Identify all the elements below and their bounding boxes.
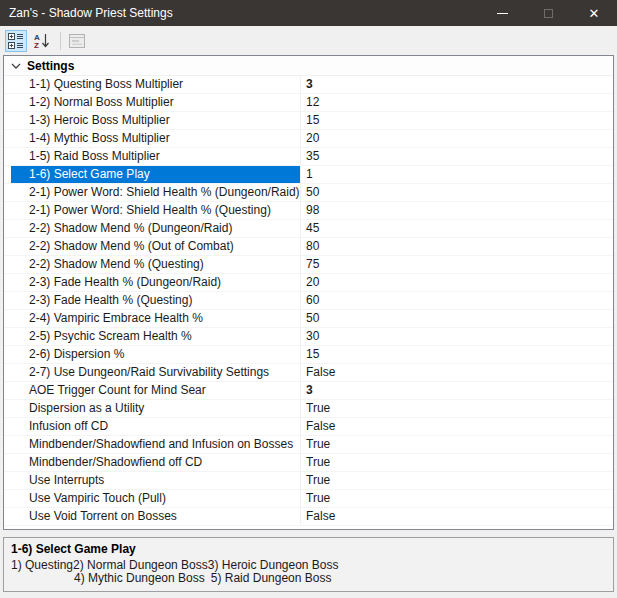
property-name[interactable]: AOE Trigger Count for Mind Sear <box>11 382 300 399</box>
property-row: 1-1) Questing Boss Multiplier 3 <box>4 76 613 94</box>
property-value[interactable]: True <box>301 490 613 507</box>
property-value[interactable]: 3 <box>301 382 613 399</box>
help-row: 4) Mythic Dungeon Boss 5) Raid Dungeon B… <box>11 572 613 585</box>
property-value[interactable]: True <box>301 454 613 471</box>
minimize-button[interactable] <box>479 0 525 26</box>
property-value[interactable]: 30 <box>301 328 613 345</box>
property-value[interactable]: 20 <box>301 130 613 147</box>
property-row: Mindbender/Shadowfiend and Infusion on B… <box>4 436 613 454</box>
property-value[interactable]: True <box>301 436 613 453</box>
help-option <box>11 572 71 585</box>
property-value[interactable]: 80 <box>301 238 613 255</box>
alphabetical-sort-button[interactable]: A Z <box>31 30 53 52</box>
property-value[interactable]: False <box>301 364 613 381</box>
row-gutter <box>4 508 11 525</box>
property-name[interactable]: 1-6) Select Game Play <box>11 166 300 183</box>
property-value[interactable]: 45 <box>301 220 613 237</box>
property-row: Dispersion as a Utility True <box>4 400 613 418</box>
property-name[interactable]: 2-6) Dispersion % <box>11 346 300 363</box>
property-name[interactable]: 1-2) Normal Boss Multiplier <box>11 94 300 111</box>
property-value[interactable]: 98 <box>301 202 613 219</box>
property-value[interactable]: 12 <box>301 94 613 111</box>
row-gutter <box>4 94 11 111</box>
categorized-view-button[interactable] <box>5 30 27 52</box>
property-name[interactable]: 2-2) Shadow Mend % (Out of Combat) <box>11 238 300 255</box>
property-row: 2-7) Use Dungeon/Raid Survivability Sett… <box>4 364 613 382</box>
property-value[interactable]: True <box>301 472 613 489</box>
property-value[interactable]: 50 <box>301 310 613 327</box>
property-value[interactable]: 60 <box>301 292 613 309</box>
property-value[interactable]: 15 <box>301 346 613 363</box>
property-pages-icon <box>69 34 85 48</box>
property-name[interactable]: Dispersion as a Utility <box>11 400 300 417</box>
row-gutter <box>4 112 11 129</box>
property-name[interactable]: 2-2) Shadow Mend % (Questing) <box>11 256 300 273</box>
property-name[interactable]: Use Void Torrent on Bosses <box>11 508 300 525</box>
property-row: 1-5) Raid Boss Multiplier 35 <box>4 148 613 166</box>
categorized-icon <box>8 33 24 49</box>
property-name[interactable]: 2-1) Power Word: Shield Health % (Questi… <box>11 202 300 219</box>
property-name[interactable]: Infusion off CD <box>11 418 300 435</box>
property-row: 2-1) Power Word: Shield Health % (Questi… <box>4 202 613 220</box>
property-name[interactable]: 2-4) Vampiric Embrace Health % <box>11 310 300 327</box>
row-gutter <box>4 418 11 435</box>
property-name[interactable]: 1-3) Heroic Boss Multiplier <box>11 112 300 129</box>
property-row: 2-2) Shadow Mend % (Questing) 75 <box>4 256 613 274</box>
row-gutter <box>4 364 11 381</box>
property-value[interactable]: False <box>301 508 613 525</box>
property-name[interactable]: 1-1) Questing Boss Multiplier <box>11 76 300 93</box>
help-option: 4) Mythic Dungeon Boss <box>71 572 205 585</box>
property-value[interactable]: 1 <box>301 166 613 183</box>
property-row: 2-6) Dispersion % 15 <box>4 346 613 364</box>
property-name[interactable]: 1-4) Mythic Boss Multiplier <box>11 130 300 147</box>
row-gutter <box>4 130 11 147</box>
property-row: 1-2) Normal Boss Multiplier 12 <box>4 94 613 112</box>
titlebar: Zan's - Shadow Priest Settings ✕ <box>0 0 617 26</box>
category-row-settings[interactable]: Settings <box>4 57 613 76</box>
property-name[interactable]: 2-1) Power Word: Shield Health % (Dungeo… <box>11 184 300 201</box>
row-gutter <box>4 184 11 201</box>
property-row: Use Interrupts True <box>4 472 613 490</box>
row-gutter <box>4 202 11 219</box>
property-name[interactable]: Use Vampiric Touch (Pull) <box>11 490 300 507</box>
row-gutter <box>4 400 11 417</box>
property-name[interactable]: 2-2) Shadow Mend % (Dungeon/Raid) <box>11 220 300 237</box>
property-value[interactable]: 3 <box>301 76 613 93</box>
property-row: Mindbender/Shadowfiend off CD True <box>4 454 613 472</box>
row-gutter <box>4 166 11 183</box>
property-value[interactable]: 20 <box>301 274 613 291</box>
property-grid: Settings 1-1) Questing Boss Multiplier 3… <box>3 55 614 530</box>
property-name[interactable]: 2-3) Fade Health % (Questing) <box>11 292 300 309</box>
property-value[interactable]: False <box>301 418 613 435</box>
property-value[interactable]: 75 <box>301 256 613 273</box>
property-name[interactable]: 2-3) Fade Health % (Dungeon/Raid) <box>11 274 300 291</box>
property-value[interactable]: 35 <box>301 148 613 165</box>
row-gutter <box>4 274 11 291</box>
row-gutter <box>4 256 11 273</box>
row-gutter <box>4 292 11 309</box>
property-value[interactable]: 50 <box>301 184 613 201</box>
close-icon: ✕ <box>589 7 600 20</box>
property-rows: 1-1) Questing Boss Multiplier 3 1-2) Nor… <box>4 76 613 526</box>
property-row: 1-3) Heroic Boss Multiplier 15 <box>4 112 613 130</box>
property-value[interactable]: 15 <box>301 112 613 129</box>
chevron-down-icon[interactable] <box>4 63 27 69</box>
property-row: AOE Trigger Count for Mind Sear 3 <box>4 382 613 400</box>
property-name[interactable]: Use Interrupts <box>11 472 300 489</box>
row-gutter <box>4 76 11 93</box>
maximize-button[interactable] <box>525 0 571 26</box>
row-gutter <box>4 328 11 345</box>
row-gutter <box>4 436 11 453</box>
property-pages-button[interactable] <box>66 30 88 52</box>
property-value[interactable]: True <box>301 400 613 417</box>
property-row: 1-4) Mythic Boss Multiplier 20 <box>4 130 613 148</box>
property-name[interactable]: 2-5) Psychic Scream Health % <box>11 328 300 345</box>
close-button[interactable]: ✕ <box>571 0 617 26</box>
property-name[interactable]: 1-5) Raid Boss Multiplier <box>11 148 300 165</box>
property-name[interactable]: 2-7) Use Dungeon/Raid Survivability Sett… <box>11 364 300 381</box>
property-name[interactable]: Mindbender/Shadowfiend and Infusion on B… <box>11 436 300 453</box>
property-name[interactable]: Mindbender/Shadowfiend off CD <box>11 454 300 471</box>
property-row: 2-2) Shadow Mend % (Out of Combat) 80 <box>4 238 613 256</box>
property-row: Use Void Torrent on Bosses False <box>4 508 613 526</box>
row-gutter <box>4 310 11 327</box>
